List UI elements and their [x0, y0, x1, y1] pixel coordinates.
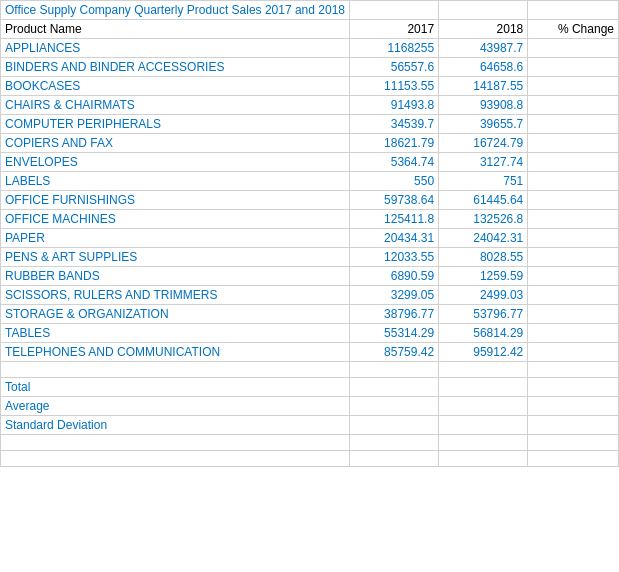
empty-row-bottom1	[1, 435, 619, 451]
cell-pct	[528, 267, 619, 286]
table-row: PENS & ART SUPPLIES 12033.55 8028.55	[1, 248, 619, 267]
summary-2017	[349, 397, 438, 416]
summary-body: Total Average Standard Deviation	[1, 378, 619, 435]
summary-pct	[528, 397, 619, 416]
header-row: Product Name 2017 2018 % Change	[1, 20, 619, 39]
cell-pct	[528, 153, 619, 172]
summary-row: Standard Deviation	[1, 416, 619, 435]
cell-2018: 751	[439, 172, 528, 191]
cell-2018: 1259.59	[439, 267, 528, 286]
summary-label: Standard Deviation	[1, 416, 350, 435]
header-2017: 2017	[349, 20, 438, 39]
table-row: RUBBER BANDS 6890.59 1259.59	[1, 267, 619, 286]
cell-pct	[528, 58, 619, 77]
table-row: ENVELOPES 5364.74 3127.74	[1, 153, 619, 172]
summary-2018	[439, 397, 528, 416]
cell-pct	[528, 115, 619, 134]
cell-pct	[528, 305, 619, 324]
cell-pct	[528, 172, 619, 191]
header-product-name: Product Name	[1, 20, 350, 39]
cell-pct	[528, 134, 619, 153]
summary-2017	[349, 378, 438, 397]
summary-label: Total	[1, 378, 350, 397]
cell-2018: 64658.6	[439, 58, 528, 77]
cell-name: CHAIRS & CHAIRMATS	[1, 96, 350, 115]
table-row: COMPUTER PERIPHERALS 34539.7 39655.7	[1, 115, 619, 134]
summary-row: Average	[1, 397, 619, 416]
cell-2018: 93908.8	[439, 96, 528, 115]
cell-2018: 14187.55	[439, 77, 528, 96]
table-row: LABELS 550 751	[1, 172, 619, 191]
cell-pct	[528, 286, 619, 305]
cell-name: COPIERS AND FAX	[1, 134, 350, 153]
cell-pct	[528, 191, 619, 210]
empty-row-bottom2	[1, 451, 619, 467]
cell-2017: 56557.6	[349, 58, 438, 77]
summary-pct	[528, 416, 619, 435]
cell-pct	[528, 39, 619, 58]
cell-2018: 24042.31	[439, 229, 528, 248]
cell-2017: 55314.29	[349, 324, 438, 343]
data-body: APPLIANCES 1168255 43987.7 BINDERS AND B…	[1, 39, 619, 362]
cell-2017: 550	[349, 172, 438, 191]
cell-2018: 56814.29	[439, 324, 528, 343]
cell-2017: 3299.05	[349, 286, 438, 305]
table-row: BINDERS AND BINDER ACCESSORIES 56557.6 6…	[1, 58, 619, 77]
summary-pct	[528, 378, 619, 397]
cell-2018: 2499.03	[439, 286, 528, 305]
table-row: TABLES 55314.29 56814.29	[1, 324, 619, 343]
cell-2017: 85759.42	[349, 343, 438, 362]
cell-2018: 16724.79	[439, 134, 528, 153]
cell-name: PENS & ART SUPPLIES	[1, 248, 350, 267]
cell-name: APPLIANCES	[1, 39, 350, 58]
summary-2018	[439, 378, 528, 397]
table-row: SCISSORS, RULERS AND TRIMMERS 3299.05 24…	[1, 286, 619, 305]
cell-2018: 53796.77	[439, 305, 528, 324]
cell-2017: 12033.55	[349, 248, 438, 267]
table-row: TELEPHONES AND COMMUNICATION 85759.42 95…	[1, 343, 619, 362]
cell-name: OFFICE MACHINES	[1, 210, 350, 229]
cell-2017: 91493.8	[349, 96, 438, 115]
header-pct: % Change	[528, 20, 619, 39]
cell-name: PAPER	[1, 229, 350, 248]
cell-2017: 18621.79	[349, 134, 438, 153]
header-2018: 2018	[439, 20, 528, 39]
cell-pct	[528, 96, 619, 115]
table-row: COPIERS AND FAX 18621.79 16724.79	[1, 134, 619, 153]
table-row: BOOKCASES 11153.55 14187.55	[1, 77, 619, 96]
cell-pct	[528, 324, 619, 343]
table-row: CHAIRS & CHAIRMATS 91493.8 93908.8	[1, 96, 619, 115]
spreadsheet-table: Office Supply Company Quarterly Product …	[0, 0, 619, 467]
cell-name: COMPUTER PERIPHERALS	[1, 115, 350, 134]
cell-2018: 8028.55	[439, 248, 528, 267]
cell-2017: 1168255	[349, 39, 438, 58]
cell-name: TABLES	[1, 324, 350, 343]
cell-2017: 59738.64	[349, 191, 438, 210]
cell-2018: 95912.42	[439, 343, 528, 362]
cell-2018: 3127.74	[439, 153, 528, 172]
cell-2018: 43987.7	[439, 39, 528, 58]
cell-name: BOOKCASES	[1, 77, 350, 96]
table-row: OFFICE FURNISHINGS 59738.64 61445.64	[1, 191, 619, 210]
cell-2018: 61445.64	[439, 191, 528, 210]
cell-name: RUBBER BANDS	[1, 267, 350, 286]
summary-row: Total	[1, 378, 619, 397]
title-row: Office Supply Company Quarterly Product …	[1, 1, 619, 20]
cell-name: OFFICE FURNISHINGS	[1, 191, 350, 210]
cell-2018: 132526.8	[439, 210, 528, 229]
cell-2017: 34539.7	[349, 115, 438, 134]
cell-2017: 11153.55	[349, 77, 438, 96]
cell-2017: 20434.31	[349, 229, 438, 248]
cell-name: BINDERS AND BINDER ACCESSORIES	[1, 58, 350, 77]
cell-pct	[528, 248, 619, 267]
cell-name: TELEPHONES AND COMMUNICATION	[1, 343, 350, 362]
empty-row	[1, 362, 619, 378]
cell-pct	[528, 77, 619, 96]
cell-2017: 6890.59	[349, 267, 438, 286]
cell-pct	[528, 210, 619, 229]
table-row: PAPER 20434.31 24042.31	[1, 229, 619, 248]
cell-pct	[528, 343, 619, 362]
cell-2017: 38796.77	[349, 305, 438, 324]
summary-label: Average	[1, 397, 350, 416]
cell-name: STORAGE & ORGANIZATION	[1, 305, 350, 324]
